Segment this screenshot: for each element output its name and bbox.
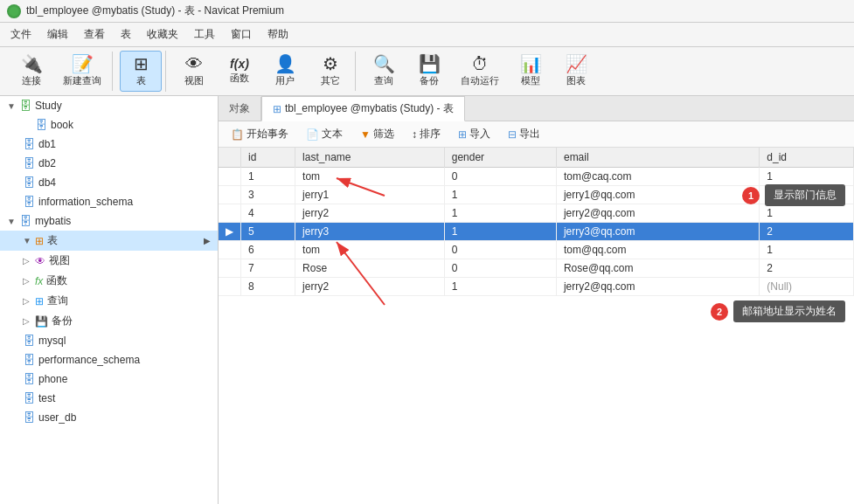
sidebar-item-mybatis[interactable]: ▼ 🗄 mybatis bbox=[0, 211, 218, 231]
cell-email: jerry2@qq.com bbox=[556, 278, 759, 296]
backup-button[interactable]: 💾 备份 bbox=[408, 52, 450, 91]
sort-label: 排序 bbox=[420, 127, 441, 142]
sidebar-item-book[interactable]: 🗄 book bbox=[0, 115, 218, 135]
sidebar-item-function[interactable]: ▷ fx 函数 bbox=[0, 271, 218, 291]
sort-button[interactable]: ↕ 排序 bbox=[406, 125, 446, 143]
menu-edit[interactable]: 编辑 bbox=[40, 24, 75, 45]
start-transaction-button[interactable]: 📋 开始事务 bbox=[226, 125, 294, 143]
view-button[interactable]: 👁 视图 bbox=[173, 52, 215, 91]
sidebar-item-db1[interactable]: 🗄 db1 bbox=[0, 135, 218, 154]
table-group-icon: ⊞ bbox=[35, 235, 44, 247]
function-icon: f(x) bbox=[230, 58, 249, 70]
sidebar-item-db2[interactable]: 🗄 db2 bbox=[0, 154, 218, 173]
toolbar-group-table: ⊞ 表 bbox=[116, 51, 166, 92]
query-icon: 🔍 bbox=[373, 55, 395, 72]
db2-label: db2 bbox=[38, 157, 56, 169]
sidebar-item-test[interactable]: 🗄 test bbox=[0, 389, 218, 408]
menu-window[interactable]: 窗口 bbox=[224, 24, 259, 45]
start-transaction-label: 开始事务 bbox=[246, 127, 288, 142]
db1-icon: 🗄 bbox=[23, 137, 35, 151]
export-button[interactable]: ⊟ 导出 bbox=[503, 125, 545, 143]
other-label: 其它 bbox=[321, 74, 340, 87]
sidebar-item-information-schema[interactable]: 🗄 information_schema bbox=[0, 192, 218, 211]
view-icon: 👁 bbox=[185, 55, 203, 72]
sidebar-item-performance-schema[interactable]: 🗄 performance_schema bbox=[0, 350, 218, 369]
perf-schema-label: performance_schema bbox=[38, 354, 140, 366]
th-email[interactable]: email bbox=[556, 148, 759, 168]
sidebar-item-view[interactable]: ▷ 👁 视图 bbox=[0, 251, 218, 271]
query-button[interactable]: 🔍 查询 bbox=[363, 52, 405, 91]
user-button[interactable]: 👤 用户 bbox=[264, 52, 306, 91]
th-id[interactable]: id bbox=[241, 148, 295, 168]
func-group-icon: fx bbox=[35, 275, 43, 287]
cell-id: 3 bbox=[241, 186, 295, 204]
other-button[interactable]: ⚙ 其它 bbox=[309, 52, 351, 91]
sidebar-item-db4[interactable]: 🗄 db4 bbox=[0, 173, 218, 192]
backup-icon: 💾 bbox=[419, 55, 441, 72]
table-row[interactable]: 3jerry11jerry1@qq.com2 bbox=[219, 186, 854, 204]
cell-gender: 1 bbox=[444, 204, 556, 223]
cell-d_id: 1 bbox=[760, 241, 854, 259]
tab-object[interactable]: 对象 bbox=[219, 97, 261, 121]
sidebar-item-mysql[interactable]: 🗄 mysql bbox=[0, 331, 218, 350]
function-label: 函数 bbox=[230, 72, 249, 85]
table-row[interactable]: 7Rose0Rose@qq.com2 bbox=[219, 259, 854, 278]
cell-gender: 0 bbox=[444, 241, 556, 259]
model-button[interactable]: 📊 模型 bbox=[510, 52, 552, 91]
autorun-icon: ⏱ bbox=[471, 55, 489, 72]
model-icon: 📊 bbox=[520, 55, 542, 72]
cell-gender: 1 bbox=[444, 186, 556, 204]
table-expand-arrow: ▼ bbox=[23, 236, 31, 245]
chart-button[interactable]: 📈 图表 bbox=[555, 52, 597, 91]
test-icon: 🗄 bbox=[23, 391, 35, 405]
import-label: 导入 bbox=[469, 127, 490, 142]
filter-button[interactable]: ▼ 筛选 bbox=[355, 125, 399, 143]
table-row[interactable]: 1tom0tom@caq.com1 bbox=[219, 168, 854, 186]
study-db-icon: 🗄 bbox=[19, 99, 31, 113]
expand-arrow-study: ▼ bbox=[7, 101, 16, 111]
table-button[interactable]: ⊞ 表 bbox=[120, 51, 162, 92]
menu-view[interactable]: 查看 bbox=[77, 24, 112, 45]
sidebar-root-study[interactable]: ▼ 🗄 Study bbox=[0, 96, 218, 115]
th-did[interactable]: d_id bbox=[760, 148, 854, 168]
new-query-button[interactable]: 📝 新建查询 bbox=[56, 52, 108, 91]
sidebar-item-table[interactable]: ▼ ⊞ 表 ▶ bbox=[0, 231, 218, 251]
cell-gender: 1 bbox=[444, 278, 556, 296]
menu-tools[interactable]: 工具 bbox=[187, 24, 222, 45]
menu-favorites[interactable]: 收藏夹 bbox=[140, 24, 185, 45]
th-last-name[interactable]: last_name bbox=[295, 148, 445, 168]
th-gender[interactable]: gender bbox=[444, 148, 556, 168]
table-label: 表 bbox=[136, 74, 146, 87]
sidebar-item-backup[interactable]: ▷ 💾 备份 bbox=[0, 311, 218, 331]
menu-help[interactable]: 帮助 bbox=[260, 24, 295, 45]
table-row[interactable]: 8jerry21jerry2@qq.com(Null) bbox=[219, 278, 854, 296]
autorun-button[interactable]: ⏱ 自动运行 bbox=[454, 52, 506, 91]
filter-label: 筛选 bbox=[373, 127, 394, 142]
toolbar-group-connect: 🔌 连接 📝 新建查询 bbox=[7, 52, 113, 91]
cell-d_id: 2 bbox=[760, 186, 854, 204]
tab-main[interactable]: ⊞ tbl_employee @mybatis (Study) - 表 bbox=[261, 96, 465, 121]
table-row[interactable]: 4jerry21jerry2@qq.com1 bbox=[219, 204, 854, 223]
cell-d_id: (Null) bbox=[760, 278, 854, 296]
import-button[interactable]: ⊞ 导入 bbox=[453, 125, 496, 143]
table-row[interactable]: ▶5jerry31jerry3@qq.com2 bbox=[219, 223, 854, 241]
sidebar-item-user-db[interactable]: 🗄 user_db bbox=[0, 408, 218, 427]
text-button[interactable]: 📄 文本 bbox=[301, 125, 348, 143]
view-group-label: 视图 bbox=[49, 253, 70, 268]
annotation-2-text: 邮箱地址显示为姓名 bbox=[733, 300, 845, 322]
table-row[interactable]: 6tom0tom@qq.com1 bbox=[219, 241, 854, 259]
backup-expand-arrow: ▷ bbox=[23, 316, 31, 326]
cell-id: 5 bbox=[241, 223, 295, 241]
view-label: 视图 bbox=[184, 74, 204, 87]
cell-gender: 0 bbox=[444, 259, 556, 278]
book-label: book bbox=[51, 119, 73, 131]
phone-label: phone bbox=[38, 373, 67, 385]
db4-label: db4 bbox=[38, 176, 56, 189]
menu-file[interactable]: 文件 bbox=[3, 24, 38, 45]
sidebar-item-query[interactable]: ▷ ⊞ 查询 bbox=[0, 291, 218, 311]
cell-d_id: 2 bbox=[760, 223, 854, 241]
function-button[interactable]: f(x) 函数 bbox=[219, 54, 260, 88]
menu-table[interactable]: 表 bbox=[114, 24, 138, 45]
sidebar-item-phone[interactable]: 🗄 phone bbox=[0, 369, 218, 389]
connect-button[interactable]: 🔌 连接 bbox=[10, 52, 52, 91]
